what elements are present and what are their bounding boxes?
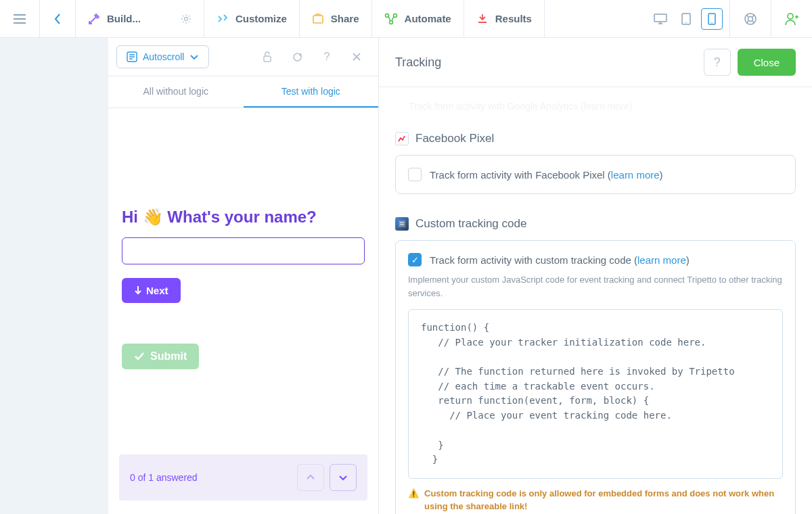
nav-share-label: Share	[331, 13, 359, 24]
tab-all-without-logic[interactable]: All without logic	[108, 76, 244, 108]
nav-customize-label: Customize	[235, 13, 287, 24]
device-selector	[643, 0, 730, 37]
custom-checkbox[interactable]: ✓	[408, 253, 422, 266]
build-icon	[88, 13, 100, 25]
custom-description: Implement your custom JavaScript code fo…	[408, 273, 783, 300]
facebook-close-paren: )	[660, 169, 663, 181]
gear-icon[interactable]	[181, 14, 191, 24]
facebook-option-box: Track form activity with Facebook Pixel …	[395, 155, 796, 194]
refresh-button[interactable]	[284, 45, 311, 69]
customize-icon	[217, 13, 229, 25]
name-input[interactable]	[122, 237, 365, 264]
warning-text: Custom tracking code is only allowed for…	[424, 487, 783, 513]
nav-results[interactable]: Results	[464, 0, 545, 37]
settings-help-button[interactable]: ?	[704, 49, 731, 76]
svg-point-9	[711, 22, 713, 23]
mobile-icon	[708, 13, 716, 25]
section-custom-tracking: Custom tracking code	[395, 217, 796, 231]
lock-icon	[263, 51, 272, 63]
user-icon	[785, 12, 798, 26]
facebook-heading: Facebook Pixel	[415, 132, 494, 145]
facebook-checkbox[interactable]	[408, 168, 422, 181]
help-button[interactable]	[730, 0, 771, 37]
top-toolbar: Build... Customize Share Automate Result…	[0, 0, 812, 38]
custom-heading: Custom tracking code	[415, 217, 526, 231]
autoscroll-dropdown[interactable]: Autoscroll	[116, 45, 209, 68]
left-gutter	[0, 38, 108, 514]
lifebuoy-icon	[744, 12, 757, 26]
nav-build-label: Build...	[107, 13, 141, 24]
prev-question-button[interactable]	[297, 464, 324, 491]
device-tablet[interactable]	[675, 8, 697, 30]
form-icon	[127, 51, 137, 62]
chevron-down-icon	[189, 53, 199, 60]
svg-point-0	[185, 17, 188, 20]
refresh-icon	[292, 51, 303, 63]
share-icon	[312, 13, 324, 25]
desktop-icon	[654, 14, 667, 24]
section-facebook-pixel: Facebook Pixel	[395, 132, 796, 145]
submit-button[interactable]: Submit	[122, 344, 199, 369]
svg-rect-1	[313, 16, 323, 23]
custom-close-paren: )	[686, 254, 690, 266]
autoscroll-label: Autoscroll	[143, 51, 184, 62]
warning-icon: ⚠️	[408, 487, 419, 513]
hamburger-icon	[14, 14, 26, 24]
preview-help-button[interactable]: ?	[313, 45, 340, 69]
arrow-down-icon	[134, 285, 142, 295]
tablet-icon	[681, 13, 691, 25]
nav-automate[interactable]: Automate	[372, 0, 464, 37]
svg-point-12	[788, 14, 793, 19]
settings-title: Tracking	[395, 55, 441, 70]
back-button[interactable]	[40, 0, 76, 37]
nav-automate-label: Automate	[405, 13, 451, 24]
next-label: Next	[146, 285, 168, 296]
preview-panel: Autoscroll ? All without logic Test with…	[108, 38, 379, 514]
close-icon	[352, 52, 361, 62]
svg-point-7	[685, 22, 687, 23]
next-question-button[interactable]	[330, 464, 357, 491]
svg-point-4	[389, 20, 392, 24]
submit-label: Submit	[150, 350, 187, 363]
facebook-learn-more[interactable]: learn more	[611, 169, 660, 181]
nav-results-label: Results	[495, 13, 532, 24]
chevron-up-icon	[306, 474, 315, 481]
next-button[interactable]: Next	[122, 278, 181, 303]
custom-label: Track form activity with custom tracking…	[430, 254, 637, 266]
chevron-down-icon	[338, 474, 348, 481]
results-icon	[476, 13, 489, 25]
nav-build[interactable]: Build...	[76, 0, 204, 37]
device-mobile[interactable]	[701, 8, 723, 30]
svg-rect-5	[654, 14, 667, 22]
svg-rect-15	[399, 220, 405, 227]
nav-share[interactable]: Share	[300, 0, 372, 37]
custom-code-editor[interactable]: function() { // Place your tracker initi…	[408, 309, 783, 479]
custom-option-box: ✓ Track form activity with custom tracki…	[395, 240, 796, 514]
nav-customize[interactable]: Customize	[204, 0, 300, 37]
check-icon	[134, 352, 145, 361]
chevron-left-icon	[53, 13, 62, 25]
menu-button[interactable]	[0, 0, 40, 37]
svg-rect-14	[264, 56, 271, 62]
settings-panel: Tracking ? Close Track form activity wit…	[379, 38, 812, 514]
lock-button[interactable]	[254, 45, 281, 69]
svg-point-11	[748, 16, 753, 21]
account-button[interactable]	[771, 0, 812, 37]
hidden-ga-row: Track form activity with Google Analytic…	[395, 101, 796, 112]
form-question: Hi 👋 What's your name?	[122, 208, 365, 227]
tab-test-with-logic[interactable]: Test with logic	[244, 76, 379, 108]
facebook-label: Track form activity with Facebook Pixel …	[430, 169, 611, 181]
custom-code-icon	[395, 217, 409, 231]
custom-learn-more[interactable]: learn more	[637, 254, 686, 266]
preview-close-button[interactable]	[343, 45, 370, 69]
progress-text: 0 of 1 answered	[130, 472, 198, 483]
automate-icon	[384, 13, 398, 25]
device-desktop[interactable]	[650, 8, 671, 30]
close-button[interactable]: Close	[738, 49, 796, 76]
facebook-pixel-icon	[395, 132, 409, 145]
